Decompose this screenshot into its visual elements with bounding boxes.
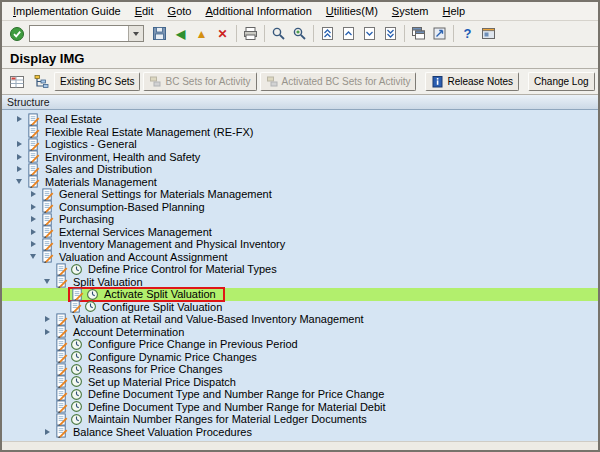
img-activity-icon[interactable] <box>69 363 84 376</box>
img-documentation-icon[interactable] <box>54 388 69 401</box>
tree-item-label[interactable]: Materials Management <box>41 176 157 188</box>
expand-node-icon[interactable] <box>26 241 40 247</box>
tree-row[interactable]: Sales and Distribution <box>2 163 598 176</box>
expand-node-icon[interactable] <box>26 229 40 235</box>
menu-item-help[interactable]: Help <box>436 3 473 19</box>
expand-node-icon[interactable] <box>12 154 26 160</box>
img-documentation-icon[interactable] <box>40 238 55 251</box>
tree-item-label[interactable]: External Services Management <box>55 226 212 238</box>
tree-row-selected[interactable]: Activate Split Valuation <box>2 288 598 301</box>
tree-row[interactable]: Valuation at Retail and Value-Based Inve… <box>2 313 598 326</box>
tree-item-label[interactable]: Logistics - General <box>41 138 137 150</box>
menu-item-implementation-guide[interactable]: Implementation Guide <box>6 3 128 19</box>
first-page-button[interactable] <box>317 24 338 44</box>
img-documentation-icon[interactable] <box>26 125 41 138</box>
menu-item-edit[interactable]: Edit <box>128 3 161 19</box>
img-documentation-icon[interactable] <box>26 163 41 176</box>
existing-bc-sets-button[interactable]: Existing BC Sets <box>54 72 140 91</box>
previous-page-button[interactable] <box>338 24 359 44</box>
img-activity-icon[interactable] <box>69 388 84 401</box>
tree-item-label[interactable]: Consumption-Based Planning <box>55 201 205 213</box>
change-log-button[interactable]: Change Log <box>528 72 595 91</box>
cancel-button[interactable]: ✕ <box>212 24 233 44</box>
tree-item-label[interactable]: Maintain Number Ranges for Material Ledg… <box>84 413 367 425</box>
img-activity-icon[interactable] <box>69 375 84 388</box>
tree-row[interactable]: General Settings for Materials Managemen… <box>2 188 598 201</box>
tree-row[interactable]: Configure Price Change in Previous Perio… <box>2 338 598 351</box>
img-documentation-icon[interactable] <box>26 138 41 151</box>
find-button[interactable] <box>268 24 289 44</box>
tree-row[interactable]: Inventory Management and Physical Invent… <box>2 238 598 251</box>
img-activity-icon[interactable] <box>83 300 98 313</box>
img-documentation-icon[interactable] <box>54 413 69 426</box>
save-button[interactable] <box>149 24 170 44</box>
img-documentation-icon[interactable] <box>26 113 41 126</box>
img-activity-icon[interactable] <box>85 288 100 301</box>
tree-row[interactable]: Real Estate <box>2 113 598 126</box>
tree-row[interactable]: Materials Management <box>2 176 598 189</box>
tree-row[interactable]: Define Document Type and Number Range fo… <box>2 401 598 414</box>
expand-node-icon[interactable] <box>26 191 40 197</box>
release-notes-button[interactable]: Release Notes <box>425 72 519 91</box>
tree-row[interactable]: Logistics - General <box>2 138 598 151</box>
img-activity-icon[interactable] <box>69 350 84 363</box>
tree-item-label[interactable]: Valuation and Account Assignment <box>55 251 228 263</box>
tree-item-label[interactable]: Balance Sheet Valuation Procedures <box>69 426 252 438</box>
tree-row[interactable]: Maintain Number Ranges for Material Ledg… <box>2 413 598 426</box>
collapse-node-icon[interactable] <box>40 279 54 284</box>
tree-item-label[interactable]: Activate Split Valuation <box>100 288 216 300</box>
img-documentation-icon[interactable] <box>26 150 41 163</box>
menu-item-system[interactable]: System <box>385 3 436 19</box>
img-documentation-icon[interactable] <box>54 363 69 376</box>
img-documentation-icon[interactable] <box>26 175 41 188</box>
tree-item-label[interactable]: Configure Dynamic Price Changes <box>84 351 257 363</box>
tree-item-label[interactable]: Environment, Health and Safety <box>41 151 200 163</box>
last-page-button[interactable] <box>380 24 401 44</box>
img-activity-icon[interactable] <box>69 338 84 351</box>
expand-node-icon[interactable] <box>26 204 40 210</box>
expand-node-icon[interactable] <box>12 141 26 147</box>
tree-row[interactable]: Define Price Control for Material Types <box>2 263 598 276</box>
expand-node-icon[interactable] <box>40 329 54 335</box>
img-documentation-icon[interactable] <box>54 425 69 438</box>
img-documentation-icon[interactable] <box>54 375 69 388</box>
bc-sets-for-activity-button[interactable]: BC Sets for Activity <box>143 72 256 91</box>
tree-item-label[interactable]: Valuation at Retail and Value-Based Inve… <box>69 313 364 325</box>
menu-item-utilities-m[interactable]: Utilities(M) <box>319 3 385 19</box>
expand-node-icon[interactable] <box>12 116 26 122</box>
expand-node-icon[interactable] <box>40 429 54 435</box>
exit-button[interactable]: ▲ <box>191 24 212 44</box>
help-button[interactable]: ? <box>457 24 478 44</box>
img-documentation-icon[interactable] <box>54 313 69 326</box>
tree-row[interactable]: Account Determination <box>2 326 598 339</box>
img-documentation-icon[interactable] <box>54 400 69 413</box>
tree-row[interactable]: Balance Sheet Valuation Procedures <box>2 426 598 439</box>
enter-button[interactable] <box>6 24 27 44</box>
img-documentation-icon[interactable] <box>40 225 55 238</box>
img-activity-icon[interactable] <box>69 263 84 276</box>
collapse-node-icon[interactable] <box>26 254 40 259</box>
tree-row[interactable]: Define Document Type and Number Range fo… <box>2 388 598 401</box>
img-documentation-icon[interactable] <box>40 250 55 263</box>
tree-item-label[interactable]: Real Estate <box>41 113 102 125</box>
tree-item-label[interactable]: Define Document Type and Number Range fo… <box>84 401 386 413</box>
tree-item-label[interactable]: Define Document Type and Number Range fo… <box>84 388 384 400</box>
find-next-button[interactable] <box>289 24 310 44</box>
tree-row[interactable]: Environment, Health and Safety <box>2 151 598 164</box>
tree-item-label[interactable]: Configure Price Change in Previous Perio… <box>84 338 298 350</box>
command-field-dropdown-button[interactable] <box>128 26 143 41</box>
img-documentation-icon[interactable] <box>54 350 69 363</box>
tree-item-label[interactable]: Account Determination <box>69 326 184 338</box>
command-field[interactable] <box>30 27 128 40</box>
tree-item-label[interactable]: Purchasing <box>55 213 114 225</box>
tree-row[interactable]: Purchasing <box>2 213 598 226</box>
expand-node-icon[interactable] <box>40 316 54 322</box>
tree-row[interactable]: Set up Material Price Dispatch <box>2 376 598 389</box>
menu-item-goto[interactable]: Goto <box>161 3 199 19</box>
tree-row[interactable]: Configure Split Valuation <box>2 301 598 314</box>
print-button[interactable] <box>240 24 261 44</box>
tree-row[interactable]: Flexible Real Estate Management (RE-FX) <box>2 126 598 139</box>
expand-node-icon[interactable] <box>26 216 40 222</box>
tree-item-label[interactable]: Define Price Control for Material Types <box>84 263 277 275</box>
img-activity-icon[interactable] <box>69 413 84 426</box>
